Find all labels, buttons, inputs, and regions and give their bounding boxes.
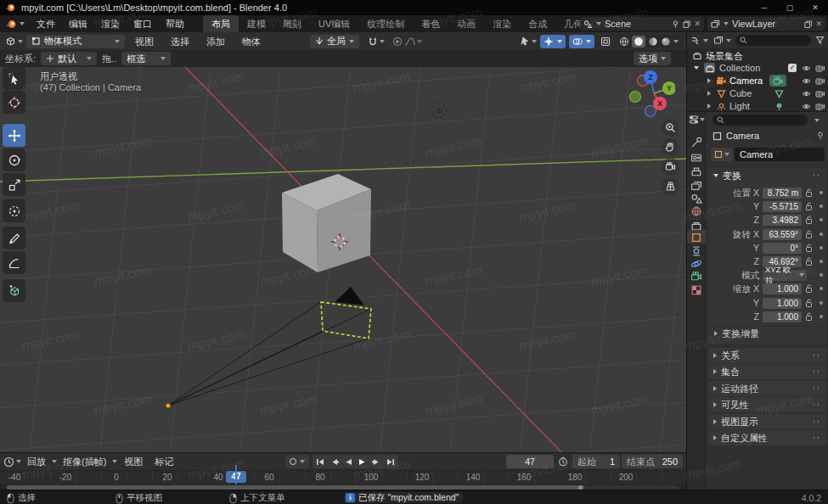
scene-selector[interactable]: Scene ✕ xyxy=(580,17,704,31)
transform-value-field[interactable]: 0° xyxy=(763,243,802,254)
pan-view-button[interactable] xyxy=(662,138,679,156)
tab-texture-paint[interactable]: 纹理绘制 xyxy=(358,15,413,32)
panel-4[interactable]: 视图显示 xyxy=(708,414,826,429)
drag-mode-dropdown[interactable]: 框选 xyxy=(121,52,171,65)
disable-render-icon[interactable] xyxy=(815,77,825,85)
menu-object[interactable]: 物体 xyxy=(235,33,268,50)
disable-render-icon[interactable] xyxy=(815,90,825,98)
properties-search-input[interactable] xyxy=(713,115,808,126)
tool-transform[interactable] xyxy=(3,199,25,222)
chevron-down-icon[interactable] xyxy=(726,39,731,42)
tab-constraints-icon[interactable] xyxy=(690,245,702,257)
use-preview-range-icon[interactable] xyxy=(558,456,568,467)
editor-type-button[interactable] xyxy=(5,36,23,47)
tab-object-data-icon[interactable] xyxy=(690,271,702,283)
coord-system-dropdown[interactable]: 默认 xyxy=(41,52,97,65)
expand-icon[interactable] xyxy=(707,78,711,83)
keyframe-decorator-dot[interactable] xyxy=(820,260,823,263)
menu-view[interactable]: 视图 xyxy=(128,33,161,50)
gizmo-axis-neg-y[interactable] xyxy=(630,92,641,103)
keyframe-decorator-dot[interactable] xyxy=(820,204,823,208)
lock-icon[interactable] xyxy=(805,284,813,294)
menu-marker[interactable]: 标记 xyxy=(149,453,178,470)
maximize-button[interactable]: ▢ xyxy=(777,0,803,15)
shading-wireframe-icon[interactable] xyxy=(619,36,629,47)
prev-keyframe-button[interactable] xyxy=(330,458,339,466)
menu-add[interactable]: 添加 xyxy=(200,33,232,50)
show-gizmo-dropdown[interactable] xyxy=(520,36,537,47)
panel-drag-dots-icon[interactable] xyxy=(812,173,821,179)
shading-material-icon[interactable] xyxy=(648,36,658,47)
tool-scale[interactable] xyxy=(3,173,25,196)
tab-animation[interactable]: 动画 xyxy=(448,15,484,32)
tab-world-icon[interactable] xyxy=(690,205,702,217)
tool-options-dropdown[interactable]: 选项 xyxy=(634,52,671,65)
outliner-row-cube[interactable]: Cube xyxy=(687,87,828,100)
menu-playback[interactable]: 回放 xyxy=(23,453,50,470)
transform-value-field[interactable]: 1.000 xyxy=(763,298,802,309)
minimize-button[interactable]: ─ xyxy=(752,0,777,15)
pin-icon[interactable] xyxy=(816,132,825,140)
tab-shading[interactable]: 着色 xyxy=(413,15,448,32)
play-reverse-button[interactable] xyxy=(345,458,352,466)
transform-value-field[interactable]: 8.752 m xyxy=(763,188,802,199)
chevron-down-icon[interactable] xyxy=(673,40,679,43)
transform-value-field[interactable]: 63.559° xyxy=(763,229,802,240)
disable-render-icon[interactable] xyxy=(815,103,825,110)
tab-modeling[interactable]: 建模 xyxy=(239,15,274,32)
unlink-scene-icon[interactable]: ✕ xyxy=(694,20,701,28)
camera-data-icon[interactable] xyxy=(773,76,783,86)
menu-render[interactable]: 渲染 xyxy=(94,15,127,32)
object-id-button[interactable] xyxy=(711,148,733,161)
pin-icon[interactable] xyxy=(672,20,679,28)
frame-start-field[interactable]: 起始 1 xyxy=(572,455,620,468)
mesh-data-icon[interactable] xyxy=(774,89,784,98)
show-gizmos-toggle[interactable] xyxy=(540,35,566,48)
camera-object[interactable] xyxy=(166,287,371,408)
show-overlays-toggle[interactable] xyxy=(569,35,594,48)
chevron-down-icon[interactable] xyxy=(703,39,708,42)
hide-eye-icon[interactable] xyxy=(802,90,811,98)
light-object[interactable] xyxy=(432,104,447,118)
tab-output-icon[interactable] xyxy=(690,166,702,178)
keyframe-decorator-dot[interactable] xyxy=(820,246,823,249)
lock-icon[interactable] xyxy=(805,299,813,308)
transform-panel-header[interactable]: 变换 xyxy=(708,168,826,183)
tab-render-icon[interactable] xyxy=(690,152,702,164)
tab-tool-icon[interactable] xyxy=(690,137,702,148)
lock-icon[interactable] xyxy=(805,312,813,322)
new-scene-icon[interactable] xyxy=(683,20,690,28)
breadcrumb-label[interactable]: Camera xyxy=(726,131,759,141)
panel-2[interactable]: 运动路径 xyxy=(708,381,826,396)
proportional-editing-controls[interactable] xyxy=(392,36,422,47)
next-keyframe-button[interactable] xyxy=(372,458,380,466)
menu-edit[interactable]: 编辑 xyxy=(62,15,94,32)
keyframe-decorator-dot[interactable] xyxy=(820,273,823,277)
tab-scene-icon[interactable] xyxy=(690,193,702,204)
editor-timeline-icon[interactable] xyxy=(3,456,14,468)
tool-select-box[interactable] xyxy=(3,67,25,90)
timeline-ruler[interactable]: 47 -40-20020406080100120140160180200 xyxy=(0,470,686,484)
snapping-controls[interactable] xyxy=(368,36,385,47)
panel-3[interactable]: 可见性 xyxy=(708,397,826,412)
panel-0[interactable]: 关系 xyxy=(708,348,826,363)
rotation-mode-dropdown[interactable]: XYZ 欧拉 xyxy=(763,270,807,281)
auto-keying-controls[interactable] xyxy=(285,455,309,468)
object-name-input[interactable]: Camera xyxy=(735,148,825,161)
tab-view-layer-icon[interactable] xyxy=(690,180,702,192)
play-button[interactable] xyxy=(358,458,366,466)
shading-solid-active[interactable] xyxy=(632,36,645,48)
chevron-down-icon[interactable] xyxy=(16,460,21,463)
lock-icon[interactable] xyxy=(805,244,813,253)
editor-outliner-icon[interactable] xyxy=(690,36,701,46)
hide-eye-icon[interactable] xyxy=(802,77,811,85)
tab-compositing[interactable]: 合成 xyxy=(520,15,555,32)
disable-render-icon[interactable] xyxy=(815,64,825,72)
lock-icon[interactable] xyxy=(805,188,813,198)
tab-layout[interactable]: 布局 xyxy=(203,15,239,32)
outliner-row-scene-collection[interactable]: 场景集合 xyxy=(687,49,828,62)
expand-icon[interactable] xyxy=(707,91,711,96)
outliner-search-input[interactable] xyxy=(735,35,811,46)
tab-physics-icon[interactable] xyxy=(690,258,702,270)
transform-value-field[interactable]: 1.000 xyxy=(763,283,802,294)
